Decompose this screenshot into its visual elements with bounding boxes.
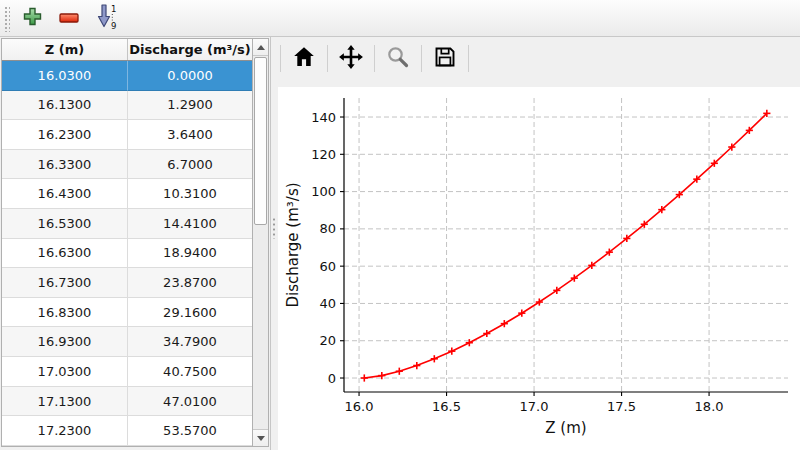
table-row[interactable]: 17.130047.0100	[2, 387, 252, 417]
toolbar-separator	[421, 45, 422, 72]
table-scrollbar[interactable]	[252, 38, 269, 447]
save-button[interactable]	[429, 42, 461, 74]
pan-icon	[338, 44, 364, 73]
table-row[interactable]: 16.430010.3100	[2, 179, 252, 209]
table-row[interactable]: 16.23003.6400	[2, 120, 252, 150]
svg-text:1: 1	[111, 4, 116, 14]
table-row[interactable]: 16.830029.1600	[2, 298, 252, 328]
table-cell[interactable]: 34.7900	[128, 327, 252, 357]
table-cell[interactable]: 16.2300	[2, 120, 128, 150]
svg-text:20: 20	[319, 333, 336, 348]
table-cell[interactable]: 14.4100	[128, 209, 252, 239]
table-cell[interactable]: 16.9300	[2, 327, 128, 357]
minus-icon	[59, 11, 79, 26]
toolbar-separator	[468, 45, 469, 72]
table-cell[interactable]: 23.8700	[128, 268, 252, 298]
table-row[interactable]: 16.13001.2900	[2, 91, 252, 121]
table-cell[interactable]: 16.5300	[2, 209, 128, 239]
zoom-button[interactable]	[382, 42, 414, 74]
svg-text:Discharge (m³/s): Discharge (m³/s)	[284, 182, 302, 307]
table-toolbar: 1 9	[0, 0, 800, 37]
table-cell[interactable]: 18.9400	[128, 239, 252, 269]
svg-text:17.5: 17.5	[607, 399, 636, 414]
splitter-handle[interactable]	[270, 37, 275, 450]
scrollbar-thumb[interactable]	[254, 57, 267, 225]
table-row[interactable]: 17.030040.7500	[2, 357, 252, 387]
svg-text:16.5: 16.5	[432, 399, 461, 414]
rating-curve-plot[interactable]: 16.016.517.017.518.0020406080100120140Z …	[278, 87, 800, 450]
plot-toolbar	[276, 42, 473, 74]
table-cell[interactable]: 16.0300	[2, 61, 128, 91]
triangle-down-icon	[257, 436, 265, 441]
svg-text:120: 120	[311, 147, 336, 162]
table-cell[interactable]: 16.6300	[2, 239, 128, 269]
splitter-line	[270, 37, 271, 450]
toolbar-separator	[280, 45, 281, 72]
magnifier-icon	[386, 45, 410, 72]
add-row-button[interactable]	[17, 3, 47, 33]
splitter-grip-dots	[272, 217, 275, 239]
table-cell[interactable]: 16.7300	[2, 268, 128, 298]
rating-table: Z (m) Discharge (m³/s) 16.03000.000016.1…	[1, 38, 252, 447]
table-cell[interactable]: 16.3300	[2, 150, 128, 180]
table-cell[interactable]: 10.3100	[128, 179, 252, 209]
table-cell[interactable]: 16.8300	[2, 298, 128, 328]
table-row[interactable]: 16.33006.7000	[2, 150, 252, 180]
scroll-down-button[interactable]	[253, 429, 268, 446]
table-cell[interactable]: 40.7500	[128, 357, 252, 387]
svg-text:100: 100	[311, 184, 336, 199]
home-icon	[292, 45, 316, 72]
svg-text:18.0: 18.0	[695, 399, 724, 414]
table-cell[interactable]: 47.0100	[128, 387, 252, 417]
sort-ascending-button[interactable]: 1 9	[91, 3, 121, 33]
table-row[interactable]: 16.930034.7900	[2, 327, 252, 357]
pan-button[interactable]	[335, 42, 367, 74]
table-cell[interactable]: 17.0300	[2, 357, 128, 387]
home-button[interactable]	[288, 42, 320, 74]
table-row[interactable]: 16.03000.0000	[2, 61, 252, 91]
table-cell[interactable]: 29.1600	[128, 298, 252, 328]
svg-text:16.0: 16.0	[345, 399, 374, 414]
svg-text:Z (m): Z (m)	[545, 419, 586, 437]
svg-text:60: 60	[319, 259, 336, 274]
table-row[interactable]: 17.230053.5700	[2, 416, 252, 446]
svg-text:9: 9	[111, 21, 116, 30]
svg-text:140: 140	[311, 110, 336, 125]
table-cell[interactable]: 16.1300	[2, 91, 128, 121]
toolbar-drag-handle[interactable]	[3, 5, 10, 32]
scroll-up-button[interactable]	[253, 39, 268, 56]
column-header-z[interactable]: Z (m)	[2, 39, 128, 60]
table-cell[interactable]: 53.5700	[128, 416, 252, 446]
svg-text:40: 40	[319, 296, 336, 311]
toolbar-separator	[374, 45, 375, 72]
table-cell[interactable]: 6.7000	[128, 150, 252, 180]
table-cell[interactable]: 0.0000	[128, 61, 252, 91]
save-icon	[433, 45, 457, 72]
table-body: 16.03000.000016.13001.290016.23003.64001…	[2, 61, 252, 446]
sort-ascending-icon: 1 9	[94, 3, 118, 33]
table-row[interactable]: 16.730023.8700	[2, 268, 252, 298]
table-row[interactable]: 16.530014.4100	[2, 209, 252, 239]
figure-canvas[interactable]: 16.016.517.017.518.0020406080100120140Z …	[278, 87, 800, 450]
table-cell[interactable]: 17.2300	[2, 416, 128, 446]
table-header: Z (m) Discharge (m³/s)	[2, 39, 252, 61]
svg-text:17.0: 17.0	[520, 399, 549, 414]
table-cell[interactable]: 1.2900	[128, 91, 252, 121]
plus-icon	[23, 7, 42, 29]
table-cell[interactable]: 16.4300	[2, 179, 128, 209]
toolbar-separator	[327, 45, 328, 72]
remove-row-button[interactable]	[54, 3, 84, 33]
table-cell[interactable]: 3.6400	[128, 120, 252, 150]
table-row[interactable]: 16.630018.9400	[2, 239, 252, 269]
svg-text:80: 80	[319, 221, 336, 236]
triangle-up-icon	[257, 45, 265, 50]
svg-text:0: 0	[328, 371, 336, 386]
table-cell[interactable]: 17.1300	[2, 387, 128, 417]
column-header-discharge[interactable]: Discharge (m³/s)	[128, 39, 252, 60]
